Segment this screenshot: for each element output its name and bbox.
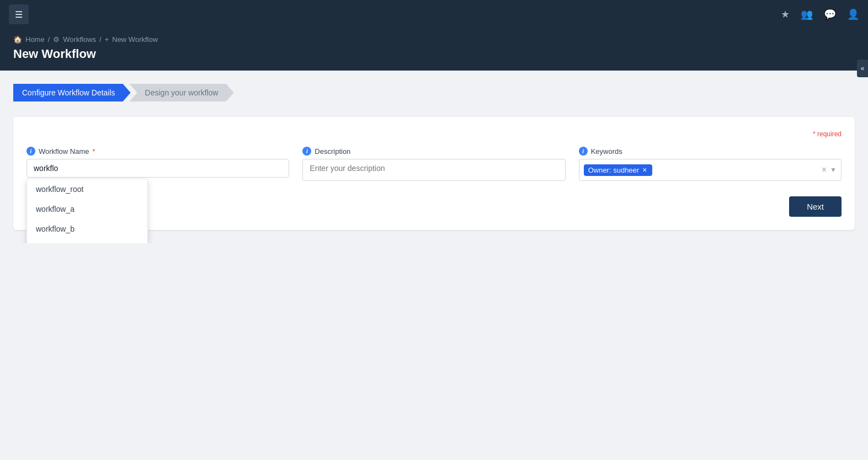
form-grid: i Workflow Name * workflow_root workflow… [26, 147, 842, 183]
star-icon[interactable]: ★ [781, 8, 790, 20]
keyword-tag-remove-button[interactable]: × [641, 166, 648, 174]
page-title: New Workflow [13, 47, 855, 61]
form-footer: Next [26, 196, 842, 217]
autocomplete-item-3[interactable]: workflow_c [27, 239, 147, 243]
keyword-tag-text: Owner: sudheer [588, 166, 640, 174]
step-design-label: Design your workflow [145, 88, 219, 97]
form-card: * required i Workflow Name * workflow_ro… [13, 117, 855, 230]
workflow-name-field: i Workflow Name * workflow_root workflow… [26, 147, 289, 178]
breadcrumb-workflows[interactable]: Workflows [63, 35, 96, 44]
keywords-info-icon[interactable]: i [579, 147, 588, 156]
chat-icon[interactable]: 💬 [824, 8, 836, 20]
required-note: * required [26, 130, 842, 138]
workflow-name-input[interactable] [26, 159, 289, 178]
navbar: ☰ ★ 👥 💬 👤 [0, 0, 868, 29]
keyword-tag-0: Owner: sudheer × [584, 164, 653, 176]
home-icon: 🏠 [13, 35, 22, 44]
navbar-right: ★ 👥 💬 👤 [781, 8, 859, 20]
workflow-icon: ⚙ [53, 35, 60, 44]
user-avatar-icon[interactable]: 👤 [847, 8, 859, 20]
breadcrumb-sep-1: / [48, 35, 50, 44]
collapse-icon: « [861, 65, 865, 72]
description-field: i Description [302, 147, 565, 183]
autocomplete-item-1[interactable]: workflow_a [27, 199, 147, 219]
next-button[interactable]: Next [789, 196, 842, 217]
add-user-icon[interactable]: 👥 [801, 8, 813, 20]
new-workflow-icon: + [105, 35, 109, 44]
breadcrumb-home[interactable]: Home [25, 35, 45, 44]
workflow-name-info-icon[interactable]: i [26, 147, 35, 156]
breadcrumb-current: New Workflow [112, 35, 158, 44]
navbar-left: ☰ [9, 4, 29, 24]
main-content: Configure Workflow Details Design your w… [0, 71, 868, 243]
steps-container: Configure Workflow Details Design your w… [13, 84, 855, 101]
autocomplete-item-0[interactable]: workflow_root [27, 179, 147, 199]
workflow-name-label: i Workflow Name * [26, 147, 289, 156]
description-textarea[interactable] [302, 159, 565, 181]
breadcrumb: 🏠 Home / ⚙ Workflows / + New Workflow [13, 35, 855, 44]
description-label: i Description [302, 147, 565, 156]
autocomplete-item-2[interactable]: workflow_b [27, 219, 147, 239]
keywords-input-container[interactable]: Owner: sudheer × × ▼ [579, 159, 842, 181]
step-design[interactable]: Design your workflow [130, 84, 234, 101]
keywords-label-text: Keywords [591, 147, 622, 156]
keywords-field: i Keywords Owner: sudheer × × ▼ [579, 147, 842, 181]
hamburger-icon: ☰ [15, 9, 23, 20]
collapse-sidebar-button[interactable]: « [857, 60, 868, 77]
description-info-icon[interactable]: i [302, 147, 311, 156]
keywords-label: i Keywords [579, 147, 842, 156]
page-header: 🏠 Home / ⚙ Workflows / + New Workflow Ne… [0, 29, 868, 71]
autocomplete-dropdown: workflow_root workflow_a workflow_b work… [26, 179, 148, 243]
step-configure-label: Configure Workflow Details [22, 88, 115, 97]
step-configure[interactable]: Configure Workflow Details [13, 84, 131, 101]
workflow-name-label-text: Workflow Name [39, 147, 89, 156]
keywords-clear-button[interactable]: × [822, 165, 827, 175]
workflow-name-required-star: * [93, 147, 95, 156]
keywords-actions: × ▼ [822, 165, 837, 175]
keywords-dropdown-button[interactable]: ▼ [830, 166, 837, 174]
hamburger-button[interactable]: ☰ [9, 4, 29, 24]
breadcrumb-sep-2: / [99, 35, 102, 44]
description-label-text: Description [315, 147, 350, 156]
autocomplete-wrapper: workflow_root workflow_a workflow_b work… [26, 159, 289, 178]
